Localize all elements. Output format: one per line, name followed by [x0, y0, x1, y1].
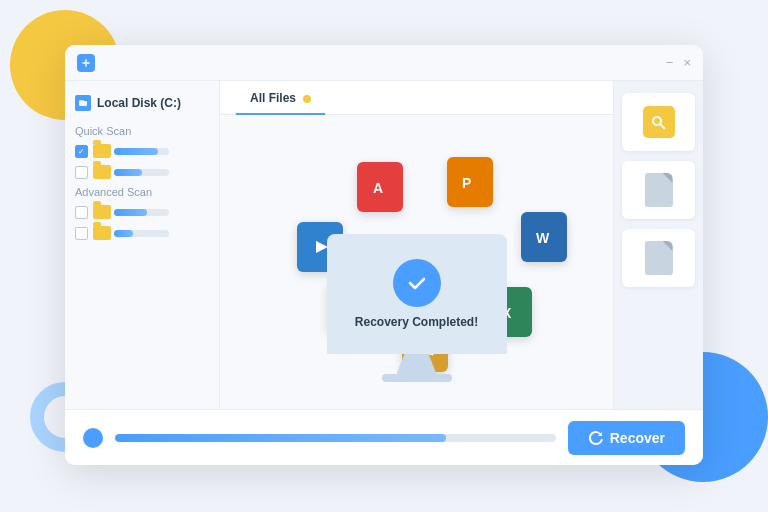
- recovery-area: A P W: [220, 115, 613, 409]
- main-content: All Files A: [220, 81, 613, 409]
- file-icon-pdf: A: [357, 162, 403, 212]
- monitor: Recovery Completed!: [327, 234, 507, 382]
- quick-scan-label: Quick Scan: [75, 125, 209, 137]
- right-card-2: [622, 161, 695, 219]
- svg-rect-2: [79, 100, 84, 102]
- progress-bar-fill: [115, 434, 446, 442]
- drive-label: Local Disk (C:): [97, 96, 181, 110]
- monitor-stand: [397, 354, 437, 374]
- file-icon-ppt: P: [447, 157, 493, 207]
- recover-button[interactable]: Recover: [568, 421, 685, 455]
- tab-indicator: [303, 95, 311, 103]
- folder-icon-4: [93, 226, 111, 240]
- close-button[interactable]: ×: [683, 56, 691, 69]
- folder-icon-3: [93, 205, 111, 219]
- bottom-bar: Recover: [65, 409, 703, 465]
- advanced-scan-item-2[interactable]: [75, 226, 209, 240]
- folder-icon-1: [93, 144, 111, 158]
- bar-1: [114, 148, 169, 155]
- tab-all-files[interactable]: All Files: [236, 81, 325, 115]
- svg-text:P: P: [462, 175, 471, 191]
- folder-bar-4: [93, 226, 169, 240]
- titlebar: − ×: [65, 45, 703, 81]
- recover-icon: [588, 430, 604, 446]
- folder-bar-1: [93, 144, 169, 158]
- advanced-scan-item-1[interactable]: [75, 205, 209, 219]
- window-body: Local Disk (C:) Quick Scan: [65, 81, 703, 409]
- progress-bar: [115, 434, 556, 442]
- bar-3: [114, 209, 169, 216]
- app-icon: [77, 54, 95, 72]
- bar-2: [114, 169, 169, 176]
- sidebar: Local Disk (C:) Quick Scan: [65, 81, 220, 409]
- recovery-illustration: A P W: [237, 132, 597, 392]
- check-circle: [393, 259, 441, 307]
- right-panel: [613, 81, 703, 409]
- recover-button-label: Recover: [610, 430, 665, 446]
- advanced-scan-label: Advanced Scan: [75, 186, 209, 198]
- quick-scan-item-1[interactable]: [75, 144, 209, 158]
- right-card-file-1: [645, 173, 673, 207]
- file-icon-word: W: [521, 212, 567, 262]
- right-card-1: [622, 93, 695, 151]
- checkbox-3[interactable]: [75, 206, 88, 219]
- svg-line-21: [660, 124, 665, 129]
- folder-icon-2: [93, 165, 111, 179]
- right-card-icon-1: [643, 106, 675, 138]
- folder-bar-3: [93, 205, 169, 219]
- monitor-screen: Recovery Completed!: [327, 234, 507, 354]
- monitor-base: [382, 374, 452, 382]
- quick-scan-item-2[interactable]: [75, 165, 209, 179]
- minimize-button[interactable]: −: [666, 56, 674, 69]
- checkbox-4[interactable]: [75, 227, 88, 240]
- right-card-file-2: [645, 241, 673, 275]
- progress-dot: [83, 428, 103, 448]
- svg-point-20: [653, 117, 661, 125]
- checkbox-1[interactable]: [75, 145, 88, 158]
- checkbox-2[interactable]: [75, 166, 88, 179]
- folder-bar-2: [93, 165, 169, 179]
- bar-4: [114, 230, 169, 237]
- tabs-bar: All Files: [220, 81, 613, 115]
- svg-text:A: A: [373, 180, 383, 196]
- drive-item[interactable]: Local Disk (C:): [75, 95, 209, 111]
- right-card-3: [622, 229, 695, 287]
- svg-text:W: W: [536, 230, 550, 246]
- recovery-status-label: Recovery Completed!: [355, 315, 478, 329]
- main-window: − × Local Disk (C:) Quick Scan: [65, 45, 703, 465]
- drive-icon: [75, 95, 91, 111]
- window-controls: − ×: [666, 56, 691, 69]
